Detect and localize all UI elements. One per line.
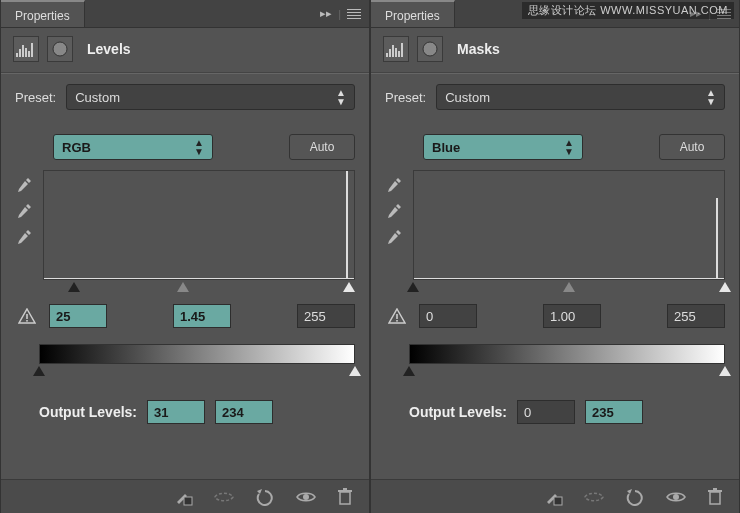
input-gamma-field[interactable]: 1.45 [173, 304, 231, 328]
svg-rect-27 [713, 488, 717, 490]
view-previous-icon[interactable] [583, 490, 605, 504]
view-previous-icon[interactable] [213, 490, 235, 504]
preset-value: Custom [75, 90, 120, 105]
output-black-handle[interactable] [33, 366, 45, 376]
svg-point-6 [53, 42, 67, 56]
preset-label: Preset: [385, 90, 426, 105]
eyedropper-gray-icon[interactable] [385, 202, 413, 220]
output-white-handle[interactable] [349, 366, 361, 376]
updown-icon: ▲▼ [706, 88, 716, 106]
svg-rect-23 [554, 497, 562, 505]
tab-label: Properties [15, 9, 70, 23]
channel-value: Blue [432, 140, 460, 155]
properties-tab[interactable]: Properties [1, 0, 85, 27]
output-black-field[interactable]: 31 [147, 400, 205, 424]
svg-rect-26 [708, 490, 722, 492]
svg-rect-7 [26, 314, 28, 319]
svg-rect-5 [31, 43, 33, 57]
output-slider[interactable] [409, 366, 725, 382]
updown-icon: ▲▼ [194, 138, 204, 156]
levels-adjustment-icon[interactable] [383, 36, 409, 62]
output-white-field[interactable]: 235 [585, 400, 643, 424]
svg-rect-15 [389, 49, 391, 57]
updown-icon: ▲▼ [564, 138, 574, 156]
auto-button[interactable]: Auto [289, 134, 355, 160]
output-white-field[interactable]: 234 [215, 400, 273, 424]
svg-rect-14 [386, 53, 388, 57]
svg-rect-25 [710, 492, 720, 504]
output-slider[interactable] [39, 366, 355, 382]
warning-icon[interactable] [385, 308, 409, 324]
svg-rect-22 [396, 320, 398, 322]
input-gamma-field[interactable]: 1.00 [543, 304, 601, 328]
visibility-icon[interactable] [295, 490, 317, 504]
channel-select[interactable]: Blue▲▼ [423, 134, 583, 160]
panel-title: Masks [457, 41, 500, 57]
output-white-handle[interactable] [719, 366, 731, 376]
output-levels-label: Output Levels: [39, 404, 137, 420]
input-white-field[interactable]: 255 [667, 304, 725, 328]
mask-icon[interactable] [417, 36, 443, 62]
panel-menu-icon[interactable] [347, 7, 361, 21]
svg-point-24 [673, 494, 679, 500]
svg-rect-17 [395, 48, 397, 57]
eyedropper-white-icon[interactable] [15, 228, 43, 246]
svg-rect-1 [19, 49, 21, 57]
input-black-field[interactable]: 25 [49, 304, 107, 328]
svg-rect-12 [338, 490, 352, 492]
clip-to-layer-icon[interactable] [173, 488, 193, 506]
histogram [43, 170, 355, 280]
svg-rect-16 [392, 45, 394, 57]
preset-value: Custom [445, 90, 490, 105]
updown-icon: ▲▼ [336, 88, 346, 106]
preset-label: Preset: [15, 90, 56, 105]
output-gradient [39, 344, 355, 364]
reset-icon[interactable] [255, 488, 275, 506]
svg-point-10 [303, 494, 309, 500]
white-point-handle[interactable] [343, 282, 355, 292]
properties-tab[interactable]: Properties [371, 0, 455, 27]
preset-select[interactable]: Custom▲▼ [66, 84, 355, 110]
eyedropper-black-icon[interactable] [385, 176, 413, 194]
svg-rect-11 [340, 492, 350, 504]
svg-rect-0 [16, 53, 18, 57]
eyedropper-gray-icon[interactable] [15, 202, 43, 220]
mask-icon[interactable] [47, 36, 73, 62]
gamma-handle[interactable] [563, 282, 575, 292]
preset-select[interactable]: Custom▲▼ [436, 84, 725, 110]
black-point-handle[interactable] [68, 282, 80, 292]
svg-rect-18 [398, 51, 400, 57]
channel-value: RGB [62, 140, 91, 155]
svg-rect-2 [22, 45, 24, 57]
channel-select[interactable]: RGB▲▼ [53, 134, 213, 160]
delete-icon[interactable] [707, 488, 723, 506]
eyedropper-black-icon[interactable] [15, 176, 43, 194]
levels-adjustment-icon[interactable] [13, 36, 39, 62]
visibility-icon[interactable] [665, 490, 687, 504]
output-black-handle[interactable] [403, 366, 415, 376]
svg-rect-19 [401, 43, 403, 57]
output-black-field[interactable]: 0 [517, 400, 575, 424]
black-point-handle[interactable] [407, 282, 419, 292]
collapse-icon[interactable]: ▸▸ [320, 7, 332, 20]
histogram [413, 170, 725, 280]
reset-icon[interactable] [625, 488, 645, 506]
white-point-handle[interactable] [719, 282, 731, 292]
svg-rect-13 [343, 488, 347, 490]
watermark: 思缘设计论坛 WWW.MISSYUAN.COM [522, 2, 734, 19]
eyedropper-white-icon[interactable] [385, 228, 413, 246]
warning-icon[interactable] [15, 308, 39, 324]
input-white-field[interactable]: 255 [297, 304, 355, 328]
delete-icon[interactable] [337, 488, 353, 506]
auto-button[interactable]: Auto [659, 134, 725, 160]
svg-rect-21 [396, 314, 398, 319]
panel-title: Levels [87, 41, 131, 57]
input-black-field[interactable]: 0 [419, 304, 477, 328]
output-levels-label: Output Levels: [409, 404, 507, 420]
input-slider[interactable] [413, 282, 725, 298]
gamma-handle[interactable] [177, 282, 189, 292]
input-slider[interactable] [43, 282, 355, 298]
svg-rect-8 [26, 320, 28, 322]
clip-to-layer-icon[interactable] [543, 488, 563, 506]
svg-rect-3 [25, 48, 27, 57]
